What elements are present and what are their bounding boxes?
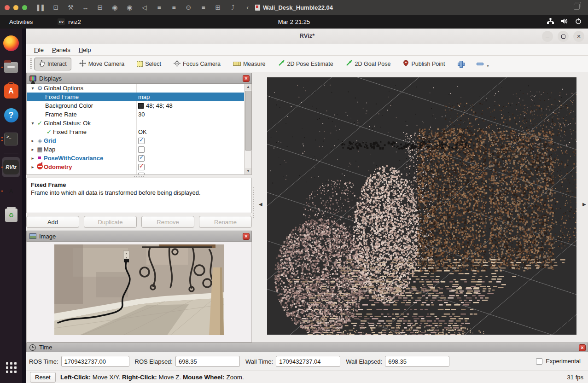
toolbar-drag-handle[interactable] [30,58,32,70]
displays-splitter[interactable] [26,175,252,177]
row-value[interactable] [138,171,145,175]
activities-button[interactable]: Activities [6,17,35,26]
minimize-light[interactable] [13,5,18,10]
enable-checkbox[interactable]: ✓ [138,155,145,162]
volume-icon[interactable] [561,18,568,26]
tree-row-odometry[interactable]: ▸Odometry✓ [27,162,245,171]
dock-item-app-a[interactable]: A [1,179,21,203]
rename-button[interactable]: Rename [199,216,252,228]
remove-button[interactable]: Remove [141,216,194,228]
3d-viewport[interactable] [267,77,576,335]
reset-button[interactable]: Reset [30,372,56,383]
scroll-thumb[interactable] [245,91,251,151]
code-icon[interactable]: ↔ [81,3,88,12]
dock-item-files[interactable] [1,55,21,79]
tool-2d-pose-estimate[interactable]: 2D Pose Estimate [274,58,338,70]
tree-row-map[interactable]: ▸▦Map [27,145,245,154]
experimental-checkbox[interactable] [536,358,542,365]
tree-row-partial[interactable] [27,171,245,175]
tree-row-fixed-frame[interactable]: Fixed Framemap [27,93,245,101]
back-icon[interactable]: ‹ [243,3,250,12]
dock-item-trash[interactable]: ♻ [1,203,21,227]
time-panel-header[interactable]: Time × [26,342,588,352]
dock-item-firefox[interactable] [1,31,21,55]
tree-row-global-options[interactable]: ▾⚙Global Options [27,84,245,93]
tree-row-frame-rate[interactable]: Frame Rate30 [27,110,245,119]
tool-focus-camera[interactable]: Focus Camera [169,58,225,70]
expander-icon[interactable]: ▾ [29,86,36,91]
wall-elapsed-input[interactable] [385,356,449,367]
wrench-icon[interactable]: ⚒ [66,3,74,12]
ros-time-input[interactable] [61,356,129,367]
vm-restore-icon[interactable] [574,4,580,10]
disks-3-icon[interactable]: ≡ [199,3,206,12]
tool-plus[interactable] [453,58,469,70]
enable-checkbox[interactable] [138,146,145,153]
row-value[interactable]: map [138,93,150,101]
scroll-down-icon[interactable]: ▼ [245,168,251,174]
bottom-splitter-handle[interactable]: ······ [302,337,313,342]
vertical-splitter-handle[interactable] [253,187,254,220]
system-tray[interactable] [547,15,582,29]
collapse-left-icon[interactable]: ◀ [259,202,262,207]
camera-2-icon[interactable]: ◉ [125,3,133,12]
dock-item-rviz[interactable]: RViz [1,155,21,179]
camera-1-icon[interactable]: ◉ [111,3,118,12]
minimize-button[interactable]: – [542,31,553,42]
dock-item-help[interactable]: ? [1,103,21,127]
pause-icon[interactable]: ❚❚ [35,3,44,12]
row-value[interactable]: ✓ [138,162,145,171]
shared-folder-icon[interactable]: ⤴ [228,3,236,12]
row-value[interactable]: 30 [138,110,145,119]
expander-icon[interactable]: ▸ [29,138,36,143]
save-icon[interactable]: ⊞ [214,3,221,12]
tool-measure[interactable]: Measure [228,58,270,70]
tree-row-fixed-frame[interactable]: ✓Fixed FrameOK [27,128,245,136]
time-close-button[interactable]: × [579,344,586,351]
restore-button[interactable] [558,31,569,42]
window-titlebar[interactable]: RViz* – × [26,29,588,44]
displays-panel-header[interactable]: Displays × [26,73,252,84]
row-value[interactable]: OK [138,128,147,136]
row-value[interactable]: ✓ [138,154,145,162]
taskbar-app-rviz2[interactable]: RV rviz2 [58,18,81,25]
tool-move-camera[interactable]: Move Camera [75,58,129,70]
tool-2d-goal-pose[interactable]: 2D Goal Pose [341,58,396,70]
experimental-option[interactable]: Experimental [536,358,581,365]
tree-scrollbar[interactable]: ▲ ▼ [244,84,251,174]
tool-publish-point[interactable]: Publish Point [398,58,449,70]
menu-help[interactable]: Help [75,45,95,55]
scroll-up-icon[interactable]: ▲ [245,84,251,90]
audio-icon[interactable]: ◁ [140,3,147,12]
close-light[interactable] [5,5,10,10]
display-icon[interactable]: ⊡ [52,3,59,12]
clock[interactable]: Mar 2 21:25 [0,18,588,25]
row-value[interactable]: 48; 48; 48 [138,101,173,110]
expander-icon[interactable]: ▸ [29,164,36,169]
image-close-button[interactable]: × [243,233,250,240]
tree-row-global-status-ok[interactable]: ▾✓Global Status: Ok [27,119,245,128]
menu-file[interactable]: File [30,45,48,55]
disks-2-icon[interactable]: ≡ [169,3,177,12]
add-button[interactable]: Add [26,216,79,228]
tree-row-grid[interactable]: ▸◈Grid✓ [27,136,245,145]
tool-interact[interactable]: Interact [34,58,71,70]
dock-item-software[interactable]: A [1,79,21,103]
power-icon[interactable] [575,18,582,26]
menu-panels[interactable]: Panels [48,45,75,55]
displays-close-button[interactable]: × [243,75,250,82]
tree-row-posewithcovariance[interactable]: ▸PoseWithCovariance✓ [27,154,245,162]
expander-icon[interactable]: ▸ [29,147,36,152]
expander-icon[interactable]: ▾ [29,121,36,126]
close-button[interactable]: × [573,31,584,42]
row-value[interactable]: ✓ [138,136,145,145]
expander-icon[interactable]: ▸ [29,156,36,161]
row-value[interactable] [138,145,145,154]
show-apps-button[interactable] [1,355,21,379]
image-panel-header[interactable]: Image × [26,231,252,242]
network-icon[interactable] [547,18,554,26]
wall-time-input[interactable] [276,356,340,367]
tool-minus[interactable]: ▾ [472,57,493,70]
enable-checkbox[interactable]: ✓ [138,138,145,144]
disks-1-icon[interactable]: ≡ [155,3,162,12]
